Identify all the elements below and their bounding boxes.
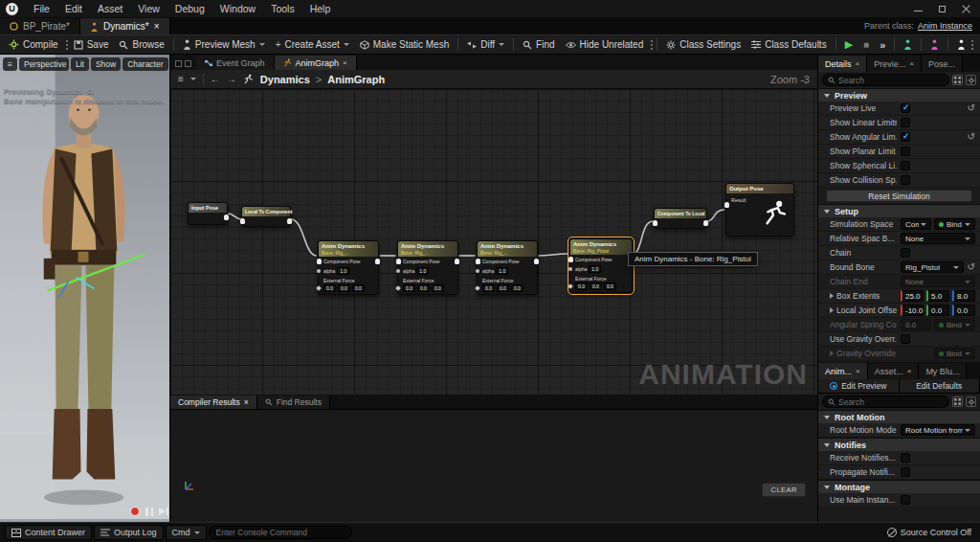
force-z-field[interactable]: 0.0 bbox=[604, 282, 616, 290]
lit-button[interactable]: Lit bbox=[71, 57, 89, 71]
filter-icon[interactable] bbox=[952, 75, 963, 85]
close-tab-icon[interactable]: × bbox=[856, 59, 860, 68]
browse-button[interactable]: Browse bbox=[114, 37, 168, 52]
pose-out-pin[interactable] bbox=[224, 215, 229, 220]
gear-icon[interactable] bbox=[966, 396, 976, 407]
force-z-field[interactable]: 0.0 bbox=[511, 284, 523, 292]
gear-icon[interactable] bbox=[966, 75, 976, 85]
anim-mode-options-icon[interactable] bbox=[971, 39, 974, 50]
local-joint-offset-z-field[interactable]: 0.0 bbox=[952, 305, 975, 316]
expand-icon[interactable] bbox=[830, 307, 834, 313]
alpha-value-field[interactable]: 1.0 bbox=[337, 267, 349, 275]
propagate-notifies-checkbox[interactable] bbox=[901, 467, 910, 477]
force-z-field[interactable]: 0.0 bbox=[352, 284, 365, 292]
force-x-field[interactable]: 0.0 bbox=[403, 284, 415, 292]
chain-checkbox[interactable] bbox=[901, 248, 910, 258]
angular-spring-field[interactable]: 0.0 bbox=[901, 319, 931, 330]
section-preview[interactable]: Preview bbox=[818, 88, 980, 102]
use-gravity-override-checkbox[interactable] bbox=[901, 334, 910, 344]
input-pose-node[interactable]: Input Pose bbox=[188, 202, 228, 225]
debug-instance-button[interactable] bbox=[925, 37, 944, 52]
expand-icon[interactable] bbox=[830, 350, 834, 356]
create-asset-button[interactable]: + Create Asset bbox=[271, 37, 354, 52]
component-to-local-node[interactable]: Component To Local bbox=[654, 208, 707, 229]
reset-simulation-button[interactable]: Reset Simulation bbox=[826, 190, 972, 202]
pose-in-pin[interactable] bbox=[240, 218, 245, 224]
preview-instance-button[interactable] bbox=[899, 37, 917, 52]
breadcrumb-root[interactable]: Dynamics bbox=[260, 74, 310, 85]
tab-asset-browser[interactable]: Asset... × bbox=[868, 363, 920, 379]
relative-space-dropdown[interactable]: None bbox=[901, 233, 975, 244]
reset-to-default-icon[interactable]: ↺ bbox=[968, 103, 975, 113]
box-extents-y-field[interactable]: 5.0 bbox=[926, 290, 949, 302]
pose-in-pin[interactable] bbox=[568, 257, 573, 262]
show-linear-limits-checkbox[interactable] bbox=[901, 118, 910, 127]
angular-spring-bind-button[interactable]: Bind bbox=[934, 319, 975, 330]
edit-preview-button[interactable]: Edit Preview bbox=[818, 379, 900, 393]
section-setup[interactable]: Setup bbox=[818, 204, 980, 217]
alpha-pin[interactable] bbox=[317, 269, 321, 273]
make-static-mesh-button[interactable]: Make Static Mesh bbox=[355, 37, 454, 52]
close-tab-icon[interactable]: × bbox=[909, 59, 914, 68]
pose-in-pin[interactable] bbox=[317, 259, 322, 264]
alpha-value-field[interactable]: 1.0 bbox=[496, 267, 508, 275]
pose-out-pin[interactable] bbox=[375, 259, 380, 264]
vector-pin[interactable] bbox=[316, 285, 322, 291]
show-button[interactable]: Show bbox=[91, 57, 121, 71]
alpha-value-field[interactable]: 1.0 bbox=[416, 267, 429, 275]
lower-search-input[interactable] bbox=[838, 397, 944, 407]
anim-dynamics-node-1[interactable]: Anim Dynamics Bone: Rig_... Component Po… bbox=[318, 240, 379, 295]
tab-anim-preview-editor[interactable]: Anim... × bbox=[818, 363, 868, 379]
local-joint-offset-x-field[interactable]: -10.0 bbox=[901, 305, 924, 316]
graph-canvas[interactable]: ANIMATION Input Pose Local To Component … bbox=[170, 89, 817, 395]
force-y-field[interactable]: 0.0 bbox=[338, 284, 350, 292]
show-collision-spheres-checkbox[interactable] bbox=[901, 175, 910, 185]
class-settings-button[interactable]: Class Settings bbox=[661, 37, 746, 52]
menu-edit[interactable]: Edit bbox=[57, 2, 90, 15]
force-y-field[interactable]: 0.0 bbox=[590, 282, 602, 290]
anim-dynamics-node-4-selected[interactable]: Anim Dynamics Bone: Rig_Pistol Component… bbox=[569, 238, 633, 293]
find-button[interactable]: Find bbox=[518, 37, 559, 52]
close-tab-icon[interactable]: × bbox=[154, 21, 160, 32]
show-spherical-limit-checkbox[interactable] bbox=[901, 161, 910, 170]
diff-button[interactable]: Diff bbox=[462, 37, 509, 52]
parent-class-link[interactable]: Anim Instance bbox=[918, 21, 972, 31]
vector-pin[interactable] bbox=[395, 285, 401, 291]
pose-out-pin[interactable] bbox=[534, 259, 539, 264]
tab-bp-pirate[interactable]: BP_Pirate* bbox=[0, 18, 80, 34]
result-in-pin[interactable] bbox=[724, 202, 729, 208]
force-y-field[interactable]: 0.0 bbox=[417, 284, 430, 292]
play-button[interactable]: ▶ bbox=[840, 37, 858, 52]
console-command-box[interactable] bbox=[209, 526, 352, 539]
character-button[interactable]: Character bbox=[122, 57, 167, 71]
vector-pin[interactable] bbox=[568, 283, 573, 289]
menu-view[interactable]: View bbox=[130, 2, 167, 15]
menu-tools[interactable]: Tools bbox=[263, 2, 302, 15]
chain-end-dropdown[interactable]: None bbox=[901, 276, 975, 287]
box-extents-x-field[interactable]: 25.0 bbox=[901, 290, 924, 302]
cmd-dropdown[interactable]: Cmd bbox=[166, 525, 207, 540]
maximize-icon[interactable] bbox=[938, 5, 947, 13]
bound-bone-dropdown[interactable]: Rig_Pistol bbox=[901, 261, 964, 273]
show-angular-limits-checkbox[interactable] bbox=[901, 132, 910, 142]
box-extents-z-field[interactable]: 8.0 bbox=[952, 290, 975, 302]
anim-dynamics-node-2[interactable]: Anim Dynamics Bone: Rig_... Component Po… bbox=[397, 240, 458, 295]
console-command-input[interactable] bbox=[216, 528, 345, 537]
source-control-status[interactable]: Source Control Off bbox=[887, 528, 975, 537]
pose-in-pin[interactable] bbox=[396, 259, 401, 264]
class-defaults-button[interactable]: Class Defaults bbox=[746, 37, 831, 52]
anim-mode-button[interactable] bbox=[952, 37, 980, 52]
stop-button[interactable]: ■ bbox=[858, 38, 874, 52]
close-tab-icon[interactable]: × bbox=[907, 367, 912, 375]
save-button[interactable]: Save bbox=[69, 37, 114, 52]
alpha-pin[interactable] bbox=[568, 267, 572, 271]
content-drawer-button[interactable]: Content Drawer bbox=[5, 525, 92, 540]
step-forward-button[interactable] bbox=[159, 508, 166, 515]
pause-button[interactable] bbox=[145, 508, 153, 516]
local-to-component-node[interactable]: Local To Component bbox=[241, 206, 291, 227]
section-montage[interactable]: Montage bbox=[818, 480, 980, 493]
details-search-box[interactable] bbox=[822, 74, 949, 86]
gravity-override-bind-button[interactable]: Bind bbox=[934, 348, 975, 359]
graph-panel-menu-icon[interactable]: ≡ bbox=[178, 75, 184, 84]
pose-out-pin[interactable] bbox=[703, 220, 708, 226]
